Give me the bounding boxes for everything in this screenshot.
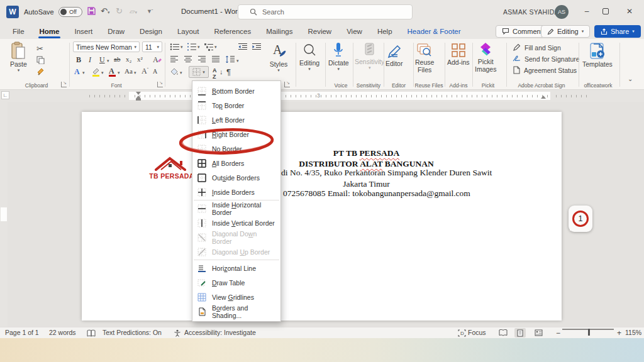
menu-item-right-border[interactable]: Right Border	[192, 127, 280, 141]
customize-quick-access-icon[interactable]: ▼̄	[147, 8, 152, 14]
justify-button[interactable]	[211, 55, 220, 63]
proofing-icon[interactable]	[87, 329, 96, 337]
word-count[interactable]: 22 words	[49, 329, 76, 336]
send-for-signature-button[interactable]: Send for Signature	[513, 55, 580, 63]
font-dialog-launcher[interactable]	[157, 82, 163, 87]
print-layout-icon[interactable]	[514, 328, 526, 337]
font-color-button[interactable]: A	[109, 67, 114, 76]
fill-and-sign-button[interactable]: Fill and Sign	[513, 43, 561, 52]
copy-icon[interactable]	[36, 56, 45, 64]
web-layout-icon[interactable]	[535, 329, 543, 336]
vertical-ruler[interactable]	[0, 102, 8, 327]
tab-file[interactable]: File	[5, 24, 32, 39]
templates-button[interactable]: Templates	[582, 41, 613, 68]
word-app-icon[interactable]: W	[6, 6, 19, 18]
sort-button[interactable]: AZ↓	[213, 67, 217, 80]
read-mode-icon[interactable]	[499, 329, 508, 336]
page-indicator[interactable]: Page 1 of 1	[5, 329, 39, 336]
highlight-color-button[interactable]	[91, 67, 100, 77]
menu-item-bottom-border[interactable]: Bottom Border	[192, 84, 280, 98]
menu-item-view-gridlines[interactable]: View Gridlines	[192, 290, 280, 304]
align-left-button[interactable]	[170, 55, 179, 63]
chevron-down-icon[interactable]: ▾	[180, 70, 182, 75]
tab-header-and-footer[interactable]: Header & Footer	[400, 24, 469, 39]
document-page[interactable]: TB PERSADA PT TB PERSADA DISTRIBUTOR ALA…	[82, 112, 562, 321]
pickit-images-button[interactable]: Pickit Images	[475, 41, 496, 73]
focus-label[interactable]: Focus	[468, 329, 486, 336]
cut-icon[interactable]: ✂	[36, 44, 43, 53]
tab-references[interactable]: References	[206, 24, 258, 39]
focus-icon[interactable]: D	[458, 329, 466, 337]
editing-mode-button[interactable]: Editing ▾	[541, 25, 590, 38]
tab-insert[interactable]: Insert	[67, 24, 100, 39]
tab-review[interactable]: Review	[300, 24, 339, 39]
autosave-toggle[interactable]: Off	[58, 7, 82, 17]
menu-item-inside-vertical-border[interactable]: Inside Vertical Border	[192, 216, 280, 230]
tab-home[interactable]: Home	[32, 24, 67, 39]
chevron-down-icon[interactable]: ▾	[82, 70, 85, 75]
reuse-files-button[interactable]: Reuse Files	[415, 42, 434, 74]
restore-button[interactable]	[602, 8, 609, 14]
menu-item-all-borders[interactable]: All Borders	[192, 156, 280, 170]
menu-item-horizontal-line[interactable]: Horizontal Line	[192, 261, 280, 275]
horizontal-ruler[interactable]: ∟ 3	[0, 90, 644, 102]
left-indent-marker[interactable]	[136, 99, 141, 101]
subscript-button[interactable]: x₂	[126, 55, 131, 63]
dictate-button[interactable]: Dictate ▾	[328, 41, 349, 72]
tab-layout[interactable]: Layout	[170, 24, 207, 39]
menu-item-inside-borders[interactable]: Inside Borders	[192, 185, 280, 199]
multilevel-list-button[interactable]	[204, 43, 214, 51]
editing-group-button[interactable]: Editing ▾	[299, 43, 319, 72]
redo-icon[interactable]: ↻	[116, 6, 123, 16]
decrease-indent-button[interactable]	[238, 43, 248, 51]
search-box[interactable]: Search	[238, 4, 413, 19]
collapse-ribbon-icon[interactable]: ⌄	[628, 75, 633, 82]
chevron-down-icon[interactable]: ▾	[134, 70, 136, 75]
chevron-down-icon[interactable]: ▾	[101, 70, 104, 75]
font-size-combo[interactable]: 11 ▾	[142, 41, 162, 52]
editor-button[interactable]: Editor	[386, 42, 402, 67]
zoom-slider-thumb[interactable]	[588, 329, 590, 336]
paste-button[interactable]: Paste ▾	[10, 41, 27, 73]
save-icon[interactable]	[87, 6, 96, 16]
clipboard-dialog-launcher[interactable]	[61, 82, 67, 87]
chevron-down-icon[interactable]: ▾	[197, 45, 200, 50]
menu-item-left-border[interactable]: Left Border	[192, 112, 280, 127]
text-effects-button[interactable]: A	[74, 67, 80, 77]
align-right-button[interactable]	[197, 55, 206, 63]
accessibility-status[interactable]: Accessibility: Investigate	[184, 329, 256, 336]
text-predictions[interactable]: Text Predictions: On	[103, 329, 162, 336]
menu-item-inside-horizontal-border[interactable]: Inside Horizontal Border	[192, 201, 280, 216]
accessibility-icon[interactable]	[174, 329, 181, 337]
chevron-down-icon[interactable]: ▾	[236, 58, 239, 63]
menu-item-no-border[interactable]: No Border	[192, 141, 280, 156]
increase-indent-button[interactable]	[252, 43, 262, 51]
pilcrow-button[interactable]: ¶	[226, 67, 231, 77]
zoom-level[interactable]: 115%	[625, 329, 641, 336]
menu-item-borders-and-shading[interactable]: Borders and Shading...	[192, 304, 280, 319]
tab-design[interactable]: Design	[132, 24, 170, 39]
font-family-combo[interactable]: Times New Roman ▾	[73, 41, 140, 52]
grow-font-button[interactable]: Aˆ	[142, 67, 148, 76]
close-button[interactable]: ✕	[625, 7, 635, 16]
share-button[interactable]: Share ▾	[594, 25, 641, 38]
superscript-button[interactable]: x²	[137, 55, 143, 63]
chevron-down-icon[interactable]: ▾	[107, 58, 109, 63]
menu-item-draw-table[interactable]: Draw Table	[192, 275, 280, 290]
first-line-indent-marker[interactable]	[136, 92, 141, 95]
addins-button[interactable]: Add-ins	[447, 42, 470, 66]
minimize-button[interactable]: –	[582, 7, 592, 16]
styles-button[interactable]: A Styles ▾	[269, 41, 288, 73]
menu-item-top-border[interactable]: Top Border	[192, 98, 280, 112]
italic-button[interactable]: I	[89, 55, 91, 65]
line-spacing-button[interactable]	[225, 55, 235, 63]
bullets-button[interactable]	[170, 43, 180, 51]
touch-draw-icon[interactable]: ▱▾	[130, 8, 137, 16]
borders-button[interactable]: ▾	[189, 66, 209, 78]
tab-mailings[interactable]: Mailings	[258, 24, 300, 39]
change-case-button[interactable]: Aa	[125, 67, 133, 75]
numbering-button[interactable]	[187, 43, 197, 51]
shrink-font-button[interactable]: A	[153, 68, 157, 75]
undo-icon[interactable]: ↶▾	[101, 6, 109, 16]
chevron-down-icon[interactable]: ▾	[214, 45, 217, 50]
